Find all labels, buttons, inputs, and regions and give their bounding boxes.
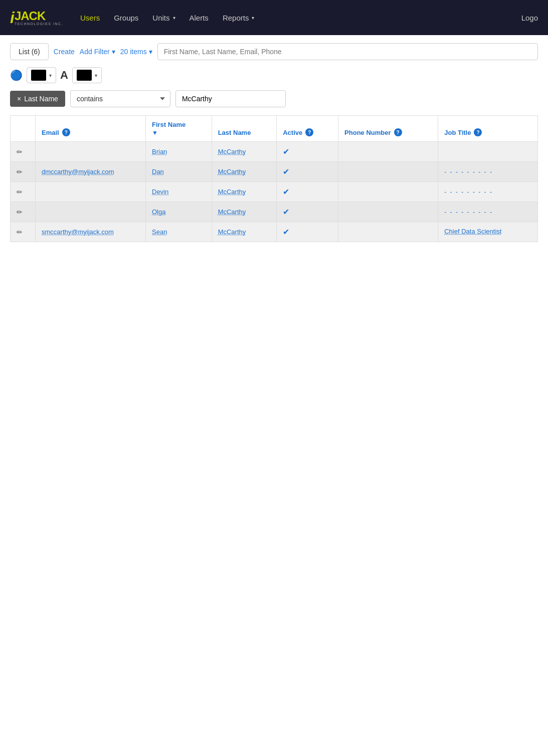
firstname-cell: Olga: [146, 202, 212, 222]
lastname-cell: McCarthy: [212, 142, 277, 162]
firstname-link[interactable]: Brian: [152, 148, 167, 155]
firstname-cell: Sean: [146, 222, 212, 242]
edit-icon[interactable]: ✏: [17, 208, 23, 216]
items-label: 20 items: [120, 48, 147, 56]
help-icon[interactable]: ?: [62, 128, 70, 136]
lastname-link[interactable]: McCarthy: [218, 148, 246, 155]
col-header-email: Email ?: [36, 116, 146, 142]
col-header-jobtitle: Job Title ?: [438, 116, 538, 142]
email-cell: [36, 142, 146, 162]
filter-close-icon[interactable]: ×: [17, 95, 21, 103]
nav-users[interactable]: Users: [78, 10, 102, 26]
edit-icon[interactable]: ✏: [17, 188, 23, 196]
bg-color-swatch: [31, 70, 46, 81]
firstname-cell: Devin: [146, 182, 212, 202]
firstname-link[interactable]: Olga: [152, 208, 165, 216]
email-cell: [36, 202, 146, 222]
nav-links: Users Groups Units ▾ Alerts Reports ▾: [78, 10, 521, 26]
phone-cell: [338, 182, 438, 202]
list-button[interactable]: List (6): [10, 43, 49, 60]
jobtitle-cell: - - - - - - - - -: [438, 202, 538, 222]
active-check-icon: ✔: [283, 167, 289, 176]
jobtitle-link[interactable]: Chief Data Scientist: [444, 228, 501, 235]
nav-units[interactable]: Units ▾: [150, 10, 177, 26]
bg-color-picker[interactable]: ▾: [27, 67, 56, 83]
nav-reports[interactable]: Reports ▾: [221, 10, 257, 26]
filter-operator-select[interactable]: contains: [70, 90, 170, 107]
col-header-lastname: Last Name: [212, 116, 277, 142]
col-firstname-label: First Name: [152, 121, 186, 128]
help-icon[interactable]: ?: [394, 128, 402, 136]
data-table: Email ? First Name ▼ Last Name Active: [10, 115, 538, 242]
table-row: ✏dmccarthy@myijack.comDanMcCarthy✔- - - …: [11, 162, 538, 182]
lastname-link[interactable]: McCarthy: [218, 208, 246, 216]
email-link[interactable]: smccarthy@myijack.com: [42, 228, 114, 236]
edit-cell: ✏: [11, 182, 36, 202]
filter-tag-label: Last Name: [24, 95, 58, 103]
logo-subtext: TECHNOLOGIES INC.: [15, 22, 63, 26]
jobtitle-dashed[interactable]: - - - - - - - - -: [444, 188, 493, 196]
firstname-link[interactable]: Sean: [152, 228, 167, 236]
jobtitle-cell: - - - - - - - - -: [438, 162, 538, 182]
logo-text: JACK: [15, 10, 63, 22]
chevron-down-icon: ▾: [173, 15, 175, 21]
lastname-link[interactable]: McCarthy: [218, 228, 246, 236]
font-color-swatch: [77, 70, 92, 81]
phone-cell: [338, 202, 438, 222]
firstname-link[interactable]: Devin: [152, 188, 168, 196]
col-email-label: Email: [42, 129, 59, 136]
edit-icon[interactable]: ✏: [17, 168, 23, 176]
lastname-link[interactable]: McCarthy: [218, 168, 246, 175]
active-cell: ✔: [277, 142, 338, 162]
nav-alerts[interactable]: Alerts: [188, 10, 211, 26]
font-color-picker[interactable]: ▾: [72, 67, 102, 83]
lastname-cell: McCarthy: [212, 162, 277, 182]
col-header-actions: [11, 116, 36, 142]
phone-cell: [338, 142, 438, 162]
col-header-active: Active ?: [277, 116, 338, 142]
jobtitle-dashed[interactable]: - - - - - - - - -: [444, 209, 493, 216]
chevron-down-icon: ▾: [149, 48, 152, 56]
items-button[interactable]: 20 items ▾: [120, 48, 152, 56]
active-cell: ✔: [277, 162, 338, 182]
col-header-firstname[interactable]: First Name ▼: [146, 116, 212, 142]
email-cell: smccarthy@myijack.com: [36, 222, 146, 242]
logo-i-icon: i: [10, 10, 15, 26]
table-row: ✏smccarthy@myijack.comSeanMcCarthy✔Chief…: [11, 222, 538, 242]
jobtitle-cell: [438, 142, 538, 162]
active-check-icon: ✔: [283, 228, 289, 236]
fill-color-icon[interactable]: 🔵: [10, 69, 23, 81]
edit-icon[interactable]: ✏: [17, 148, 23, 156]
filter-row: × Last Name contains: [10, 90, 538, 107]
help-icon[interactable]: ?: [474, 128, 482, 136]
nav-right-logo: Logo: [521, 14, 538, 22]
edit-cell: ✏: [11, 202, 36, 222]
edit-cell: ✏: [11, 222, 36, 242]
table-row: ✏BrianMcCarthy✔: [11, 142, 538, 162]
color-tools: 🔵 ▾ A ▾: [10, 67, 538, 83]
email-link[interactable]: dmccarthy@myijack.com: [42, 168, 114, 175]
col-phone-label: Phone Number: [344, 129, 391, 136]
chevron-down-icon: ▾: [95, 73, 97, 78]
active-check-icon: ✔: [283, 147, 289, 156]
create-button[interactable]: Create: [54, 48, 75, 56]
help-icon[interactable]: ?: [305, 128, 313, 136]
add-filter-button[interactable]: Add Filter ▾: [80, 48, 115, 56]
search-input[interactable]: [157, 43, 538, 60]
filter-value-input[interactable]: [175, 90, 286, 107]
filter-tag-lastname[interactable]: × Last Name: [10, 91, 65, 107]
nav-reports-label: Reports: [223, 14, 249, 22]
nav-units-label: Units: [152, 14, 169, 22]
col-header-phone: Phone Number ?: [338, 116, 438, 142]
chevron-down-icon: ▾: [252, 15, 254, 21]
nav-groups[interactable]: Groups: [112, 10, 140, 26]
firstname-link[interactable]: Dan: [152, 168, 164, 175]
active-cell: ✔: [277, 202, 338, 222]
edit-cell: ✏: [11, 162, 36, 182]
jobtitle-dashed[interactable]: - - - - - - - - -: [444, 168, 493, 175]
lastname-cell: McCarthy: [212, 202, 277, 222]
lastname-link[interactable]: McCarthy: [218, 188, 246, 196]
font-color-icon[interactable]: A: [60, 69, 68, 82]
jobtitle-cell: - - - - - - - - -: [438, 182, 538, 202]
edit-icon[interactable]: ✏: [17, 228, 23, 236]
